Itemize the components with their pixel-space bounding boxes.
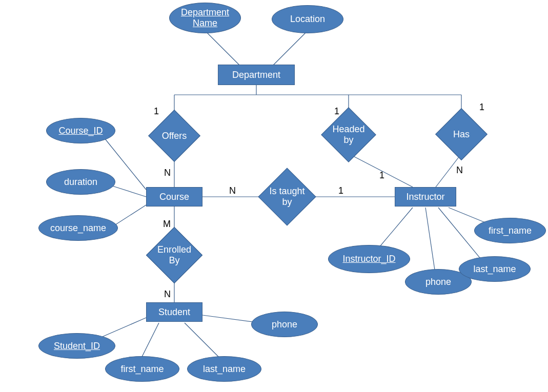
svg-line-0 [205, 31, 241, 67]
attr-stud-phone: phone [251, 312, 318, 337]
card-enroll-course: M [163, 219, 171, 229]
card-enroll-student: N [164, 289, 171, 299]
svg-line-1 [272, 31, 308, 67]
attr-stud-last-name: last_name [187, 356, 261, 382]
svg-line-15 [108, 184, 146, 197]
attr-student-id: Student_ID [38, 333, 115, 359]
entity-instructor: Instructor [395, 187, 456, 207]
card-taught-instr: 1 [338, 185, 343, 196]
entity-course: Course [146, 187, 202, 207]
svg-line-9 [436, 154, 461, 187]
card-has-dep: 1 [479, 102, 484, 112]
rel-enrolled-by: Enrolled By [144, 232, 205, 279]
attr-course-name: course_name [38, 215, 118, 241]
card-offers-dep: 1 [154, 106, 159, 116]
rel-is-taught-by: Is taught by [256, 172, 318, 222]
svg-line-23 [185, 323, 220, 359]
attr-stud-first-name: first_name [105, 356, 179, 382]
rel-offers: Offers [149, 115, 200, 156]
attr-course-id: Course_ID [46, 118, 115, 143]
card-headed-instr: 1 [379, 170, 384, 180]
card-taught-course: N [229, 185, 236, 196]
attr-location: Location [272, 5, 343, 33]
rel-has: Has [436, 114, 487, 155]
attr-instructor-id: Instructor_ID [328, 245, 410, 273]
svg-line-18 [425, 208, 436, 277]
attr-instr-last-name: last_name [459, 256, 531, 282]
attr-duration: duration [46, 169, 115, 195]
svg-line-22 [141, 323, 159, 359]
attr-instr-first-name: first_name [474, 218, 546, 243]
entity-department: Department [218, 65, 295, 85]
er-diagram: 1 N 1 1 1 N N 1 M N Department Name Loca… [0, 0, 548, 392]
card-has-instr: N [456, 165, 463, 175]
entity-student: Student [146, 302, 202, 322]
rel-headed-by: Headed by [320, 113, 377, 156]
card-offers-course: N [164, 168, 171, 178]
attr-department-name: Department Name [169, 3, 241, 33]
svg-line-8 [349, 154, 413, 187]
